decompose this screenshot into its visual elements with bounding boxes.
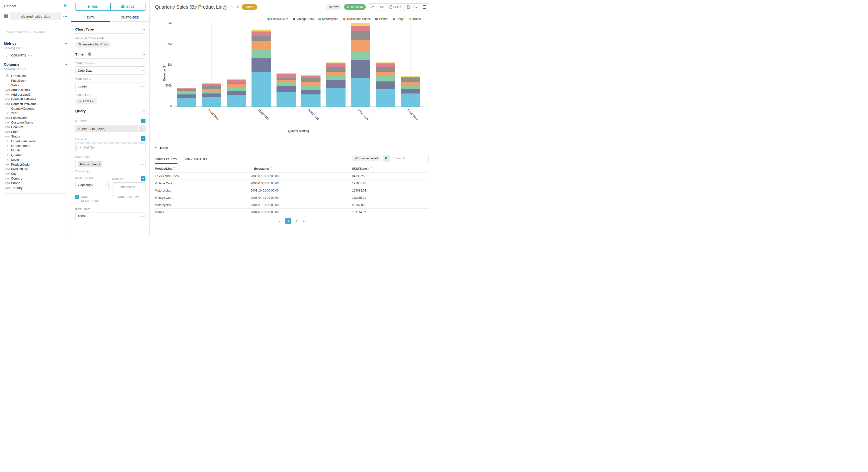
tab-view-samples[interactable]: VIEW SAMPLES	[185, 156, 208, 163]
bar-segment[interactable]	[202, 84, 221, 84]
column-list-item[interactable]: ABCPhone	[4, 181, 67, 185]
data-search-input[interactable]	[393, 155, 429, 162]
bar-segment[interactable]	[376, 72, 395, 76]
bar-segment[interactable]	[251, 31, 271, 36]
bar-segment[interactable]	[177, 88, 196, 89]
bar-segment[interactable]	[277, 80, 296, 83]
bar-segment[interactable]	[376, 89, 395, 107]
column-list-item[interactable]: ABCProductCode	[4, 162, 67, 166]
help-icon[interactable]: ?	[28, 54, 32, 57]
bar-segment[interactable]	[177, 89, 196, 91]
bar-segment[interactable]	[227, 84, 246, 88]
bar-segment[interactable]	[301, 76, 320, 78]
add-filter-button[interactable]: +	[141, 136, 146, 141]
bar-segment[interactable]	[301, 78, 320, 82]
control-panel-scroll[interactable]: Chart Type VISUALIZATION TYPE Time-serie…	[71, 22, 149, 223]
bar-segment[interactable]	[227, 91, 246, 95]
bar-segment[interactable]	[401, 82, 420, 86]
bar-segment[interactable]	[376, 63, 395, 67]
bar-segment[interactable]	[227, 80, 246, 83]
pagination-page-1[interactable]: 1	[285, 218, 291, 224]
bar-segment[interactable]	[277, 86, 296, 92]
bar-segment[interactable]	[251, 30, 271, 31]
column-list-item[interactable]: #MSRP	[4, 157, 67, 162]
legend-item[interactable]: Trains	[409, 17, 421, 21]
bar-segment[interactable]	[202, 92, 221, 93]
bar-segment[interactable]	[326, 80, 345, 88]
time-grain-select[interactable]: quarter × ▾	[75, 82, 146, 90]
chevron-up-icon[interactable]	[142, 108, 146, 113]
legend-item[interactable]: Motorcycles	[318, 17, 338, 21]
column-list-item[interactable]: ABCCountry	[4, 176, 67, 181]
bar-segment[interactable]	[351, 51, 370, 60]
stacked-bar[interactable]	[177, 88, 196, 107]
bar-segment[interactable]	[326, 67, 345, 72]
pagination-page-2[interactable]: 2	[295, 219, 299, 223]
table-row[interactable]: Vintage Cars2005-04-01 00:00:00113255.21	[155, 194, 429, 201]
embed-code-button[interactable]: </>	[377, 4, 386, 10]
bar-segment[interactable]	[227, 88, 246, 91]
stacked-bar[interactable]	[351, 23, 370, 107]
bar-segment[interactable]	[251, 72, 271, 107]
table-row[interactable]: Trucks and Buses2003-07-01 00:00:0084638…	[155, 172, 429, 180]
bar-segment[interactable]	[202, 97, 221, 107]
column-list-item[interactable]: ABCContactLastName	[4, 97, 67, 101]
bar-segment[interactable]	[177, 92, 196, 95]
dataset-more-icon[interactable]: •••	[63, 15, 67, 18]
bar-segment[interactable]	[227, 79, 246, 80]
column-list-item[interactable]: ABCAddressLine1	[4, 88, 67, 92]
add-filter-dropzone[interactable]: +Add filter	[76, 144, 144, 151]
chevron-up-icon[interactable]	[142, 52, 146, 56]
bar-segment[interactable]	[376, 76, 395, 82]
run-button[interactable]: RUN	[75, 3, 111, 10]
bar-segment[interactable]	[177, 91, 196, 92]
bar-segment[interactable]	[251, 58, 271, 72]
clear-icon[interactable]: ×	[138, 162, 140, 166]
bar-segment[interactable]	[351, 60, 370, 77]
pagination-prev[interactable]: «	[278, 219, 282, 223]
table-row[interactable]: Planes2004-07-01 00:00:00109114.62	[155, 209, 429, 216]
bar-segment[interactable]	[202, 93, 221, 97]
stacked-bar[interactable]	[202, 84, 221, 107]
bar-segment[interactable]	[202, 86, 221, 89]
bar-segment[interactable]	[227, 83, 246, 84]
stacked-bar[interactable]	[326, 62, 345, 107]
stacked-bar[interactable]	[227, 79, 246, 107]
bar-segment[interactable]	[376, 82, 395, 89]
export-csv-button[interactable]: .CSV	[404, 4, 420, 10]
table-row[interactable]: Motorcycles2004-01-01 00:00:0090267.02	[155, 201, 429, 209]
bar-segment[interactable]	[227, 95, 246, 107]
time-range-pill[interactable]: -∞ ≤ col < ∞	[75, 98, 97, 104]
chart-canvas[interactable]: Classic CarsVintage CarsMotorcyclesTruck…	[150, 14, 434, 143]
search-metrics-columns-input[interactable]	[4, 28, 67, 36]
bar-segment[interactable]	[351, 23, 370, 26]
bar-segment[interactable]	[326, 63, 345, 67]
table-row[interactable]: Vintage Cars2004-07-01 00:00:00191951.86	[155, 180, 429, 187]
bar-segment[interactable]	[376, 62, 395, 63]
column-list-item[interactable]: #QuantityOrdered	[4, 106, 67, 111]
bar-segment[interactable]	[351, 31, 370, 40]
bar-segment[interactable]	[202, 84, 221, 87]
bar-segment[interactable]	[401, 89, 420, 93]
chevron-up-icon[interactable]	[64, 41, 67, 45]
bar-segment[interactable]	[177, 89, 196, 89]
bar-segment[interactable]	[301, 75, 320, 76]
sort-descending-checkbox[interactable]: ✓	[75, 195, 79, 199]
bar-segment[interactable]	[277, 74, 296, 78]
group-by-select[interactable]: ProductLine× × ▾	[75, 160, 146, 168]
series-limit-select[interactable]: 7 option(s) ▾	[75, 181, 109, 189]
column-list-item[interactable]: ABCCity	[4, 171, 67, 176]
column-list-item[interactable]: ABCDealSize	[4, 125, 67, 129]
column-list-item[interactable]: ABCState	[4, 129, 67, 134]
stacked-bar[interactable]	[277, 73, 296, 107]
copy-data-button[interactable]	[383, 155, 390, 162]
clear-icon[interactable]: ×	[138, 85, 140, 88]
stacked-bar[interactable]	[301, 75, 320, 107]
tab-customize[interactable]: CUSTOMIZE	[111, 13, 149, 21]
bar-segment[interactable]	[351, 26, 370, 31]
expand-metric-icon[interactable]: ›	[138, 125, 145, 132]
bar-segment[interactable]	[202, 89, 221, 92]
legend-item[interactable]: Trucks and Buses	[343, 17, 371, 21]
stacked-bar[interactable]	[401, 76, 420, 107]
edit-title-icon[interactable]: ✎	[236, 5, 239, 9]
